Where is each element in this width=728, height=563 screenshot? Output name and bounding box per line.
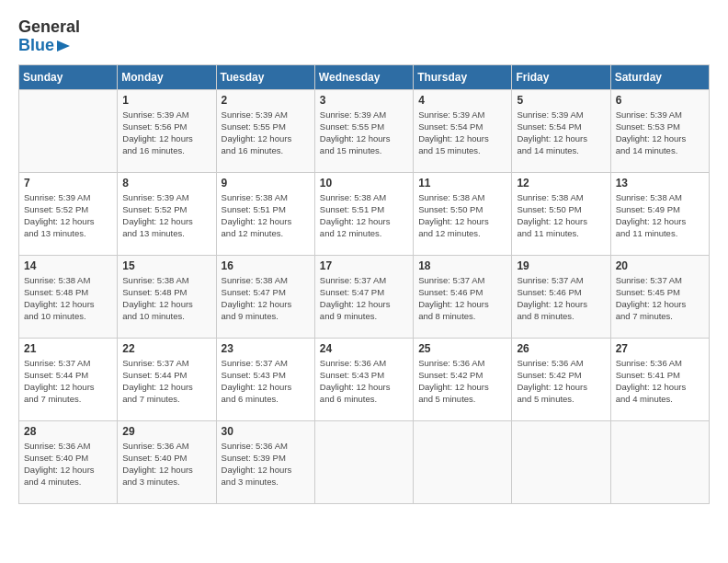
day-number: 12 (517, 177, 605, 190)
day-number: 29 (122, 425, 210, 438)
calendar-cell: 22Sunrise: 5:37 AMSunset: 5:44 PMDayligh… (118, 338, 216, 420)
day-info: Sunrise: 5:37 AMSunset: 5:43 PMDaylight:… (222, 357, 310, 406)
day-number: 14 (24, 259, 112, 272)
calendar-week-1: 1Sunrise: 5:39 AMSunset: 5:56 PMDaylight… (19, 89, 710, 172)
day-header-monday: Monday (118, 64, 216, 89)
day-number: 24 (320, 342, 408, 355)
logo-name-blue: Blue (18, 37, 80, 55)
calendar-cell: 29Sunrise: 5:36 AMSunset: 5:40 PMDayligh… (118, 420, 216, 503)
day-number: 8 (122, 177, 210, 190)
day-info: Sunrise: 5:38 AMSunset: 5:49 PMDaylight:… (616, 191, 704, 240)
day-number: 11 (418, 177, 506, 190)
day-header-friday: Friday (512, 64, 610, 89)
day-info: Sunrise: 5:39 AMSunset: 5:55 PMDaylight:… (320, 109, 408, 157)
day-number: 5 (517, 94, 605, 107)
day-info: Sunrise: 5:38 AMSunset: 5:50 PMDaylight:… (418, 191, 506, 240)
calendar-cell: 25Sunrise: 5:36 AMSunset: 5:42 PMDayligh… (414, 338, 512, 420)
day-info: Sunrise: 5:37 AMSunset: 5:47 PMDaylight:… (320, 274, 408, 323)
day-header-wednesday: Wednesday (314, 64, 413, 89)
day-number: 23 (222, 342, 310, 355)
calendar-cell: 24Sunrise: 5:36 AMSunset: 5:43 PMDayligh… (314, 338, 413, 420)
day-number: 19 (517, 259, 605, 272)
day-info: Sunrise: 5:38 AMSunset: 5:47 PMDaylight:… (222, 274, 310, 323)
day-info: Sunrise: 5:38 AMSunset: 5:51 PMDaylight:… (222, 191, 310, 240)
day-number: 26 (517, 342, 605, 355)
day-number: 15 (122, 259, 210, 272)
day-number: 17 (320, 259, 408, 272)
day-number: 7 (24, 177, 112, 190)
day-info: Sunrise: 5:39 AMSunset: 5:54 PMDaylight:… (517, 109, 605, 157)
day-info: Sunrise: 5:39 AMSunset: 5:55 PMDaylight:… (222, 109, 310, 157)
day-number: 30 (222, 425, 310, 438)
calendar-cell: 4Sunrise: 5:39 AMSunset: 5:54 PMDaylight… (414, 89, 512, 172)
day-number: 16 (222, 259, 310, 272)
calendar-cell: 26Sunrise: 5:36 AMSunset: 5:42 PMDayligh… (512, 338, 610, 420)
calendar-cell: 27Sunrise: 5:36 AMSunset: 5:41 PMDayligh… (610, 338, 709, 420)
svg-marker-0 (57, 40, 70, 52)
day-info: Sunrise: 5:37 AMSunset: 5:44 PMDaylight:… (122, 357, 210, 406)
day-info: Sunrise: 5:38 AMSunset: 5:48 PMDaylight:… (24, 274, 112, 323)
calendar-cell: 5Sunrise: 5:39 AMSunset: 5:54 PMDaylight… (512, 89, 610, 172)
day-info: Sunrise: 5:38 AMSunset: 5:51 PMDaylight:… (320, 191, 408, 240)
day-number: 6 (616, 94, 704, 107)
calendar-cell: 11Sunrise: 5:38 AMSunset: 5:50 PMDayligh… (414, 172, 512, 255)
logo-name-general: General (18, 18, 80, 37)
calendar-cell (610, 420, 709, 503)
calendar-cell: 20Sunrise: 5:37 AMSunset: 5:45 PMDayligh… (610, 255, 709, 338)
day-number: 27 (616, 342, 704, 355)
day-number: 13 (616, 177, 704, 190)
calendar-cell: 14Sunrise: 5:38 AMSunset: 5:48 PMDayligh… (19, 255, 118, 338)
day-info: Sunrise: 5:37 AMSunset: 5:46 PMDaylight:… (418, 274, 506, 323)
calendar-cell: 1Sunrise: 5:39 AMSunset: 5:56 PMDaylight… (118, 89, 216, 172)
day-info: Sunrise: 5:39 AMSunset: 5:54 PMDaylight:… (418, 109, 506, 157)
logo: General Blue (18, 18, 80, 55)
calendar-cell: 6Sunrise: 5:39 AMSunset: 5:53 PMDaylight… (610, 89, 709, 172)
calendar-cell: 9Sunrise: 5:38 AMSunset: 5:51 PMDaylight… (216, 172, 314, 255)
calendar-cell: 3Sunrise: 5:39 AMSunset: 5:55 PMDaylight… (314, 89, 413, 172)
day-info: Sunrise: 5:39 AMSunset: 5:52 PMDaylight:… (122, 191, 210, 240)
day-info: Sunrise: 5:36 AMSunset: 5:43 PMDaylight:… (320, 357, 408, 406)
calendar-cell: 8Sunrise: 5:39 AMSunset: 5:52 PMDaylight… (118, 172, 216, 255)
day-info: Sunrise: 5:36 AMSunset: 5:42 PMDaylight:… (418, 357, 506, 406)
day-info: Sunrise: 5:38 AMSunset: 5:48 PMDaylight:… (122, 274, 210, 323)
day-header-sunday: Sunday (19, 64, 118, 89)
calendar-week-4: 21Sunrise: 5:37 AMSunset: 5:44 PMDayligh… (19, 338, 710, 420)
calendar-cell: 10Sunrise: 5:38 AMSunset: 5:51 PMDayligh… (314, 172, 413, 255)
day-number: 1 (122, 94, 210, 107)
calendar-cell (19, 89, 118, 172)
calendar-body: 1Sunrise: 5:39 AMSunset: 5:56 PMDaylight… (19, 89, 710, 503)
day-info: Sunrise: 5:36 AMSunset: 5:41 PMDaylight:… (616, 357, 704, 406)
day-header-tuesday: Tuesday (216, 64, 314, 89)
calendar-cell: 2Sunrise: 5:39 AMSunset: 5:55 PMDaylight… (216, 89, 314, 172)
calendar-header-row: SundayMondayTuesdayWednesdayThursdayFrid… (19, 64, 710, 89)
day-info: Sunrise: 5:39 AMSunset: 5:52 PMDaylight:… (24, 191, 112, 240)
calendar-cell (314, 420, 413, 503)
calendar-cell: 17Sunrise: 5:37 AMSunset: 5:47 PMDayligh… (314, 255, 413, 338)
calendar-week-3: 14Sunrise: 5:38 AMSunset: 5:48 PMDayligh… (19, 255, 710, 338)
day-number: 10 (320, 177, 408, 190)
calendar-cell (414, 420, 512, 503)
calendar-cell: 23Sunrise: 5:37 AMSunset: 5:43 PMDayligh… (216, 338, 314, 420)
logo-arrow-icon (57, 39, 75, 53)
day-info: Sunrise: 5:36 AMSunset: 5:40 PMDaylight:… (122, 440, 210, 488)
calendar-week-5: 28Sunrise: 5:36 AMSunset: 5:40 PMDayligh… (19, 420, 710, 503)
calendar-cell: 19Sunrise: 5:37 AMSunset: 5:46 PMDayligh… (512, 255, 610, 338)
calendar-table: SundayMondayTuesdayWednesdayThursdayFrid… (18, 64, 710, 504)
day-number: 20 (616, 259, 704, 272)
day-info: Sunrise: 5:36 AMSunset: 5:40 PMDaylight:… (24, 440, 112, 488)
day-number: 21 (24, 342, 112, 355)
day-number: 18 (418, 259, 506, 272)
day-number: 9 (222, 177, 310, 190)
day-number: 22 (122, 342, 210, 355)
day-header-thursday: Thursday (414, 64, 512, 89)
calendar-cell: 7Sunrise: 5:39 AMSunset: 5:52 PMDaylight… (19, 172, 118, 255)
day-info: Sunrise: 5:36 AMSunset: 5:42 PMDaylight:… (517, 357, 605, 406)
day-number: 25 (418, 342, 506, 355)
calendar-cell (512, 420, 610, 503)
calendar-cell: 13Sunrise: 5:38 AMSunset: 5:49 PMDayligh… (610, 172, 709, 255)
calendar-cell: 21Sunrise: 5:37 AMSunset: 5:44 PMDayligh… (19, 338, 118, 420)
page-header: General Blue (18, 18, 710, 55)
day-number: 4 (418, 94, 506, 107)
day-info: Sunrise: 5:39 AMSunset: 5:53 PMDaylight:… (616, 109, 704, 157)
day-header-saturday: Saturday (610, 64, 709, 89)
